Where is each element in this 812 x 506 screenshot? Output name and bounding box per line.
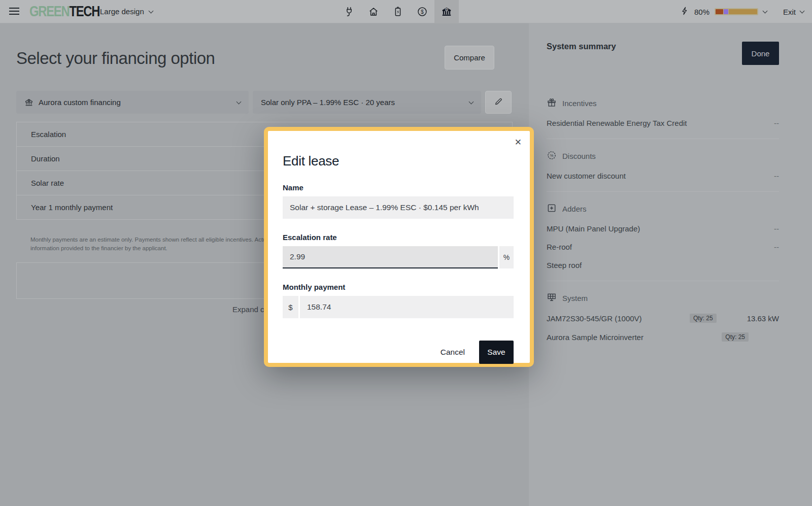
chevron-down-icon xyxy=(148,8,153,13)
summary-item: Aurora Sample Microinverter Qty: 25 xyxy=(547,332,779,342)
item-name: New customer discount xyxy=(547,172,626,180)
escalation-rate-input[interactable]: 2.99 xyxy=(283,246,498,268)
solar-panel-icon xyxy=(547,292,557,304)
edit-lease-dialog: ✕ Edit lease Name Solar + storage Lease … xyxy=(264,127,534,367)
item-name: Residential Renewable Energy Tax Credit xyxy=(547,119,687,127)
close-icon[interactable]: ✕ xyxy=(515,137,522,148)
home-icon xyxy=(368,6,379,17)
percent-circle-icon: % xyxy=(547,150,557,162)
plus-square-icon xyxy=(547,203,557,215)
tab-battery[interactable] xyxy=(386,0,410,23)
item-name: JAM72S30-545/GR (1000V) xyxy=(547,314,642,323)
summary-item: Re-roof -- xyxy=(547,243,779,251)
summary-item: MPU (Main Panel Upgrade) -- xyxy=(547,224,779,233)
monthly-payment-label: Monthly payment xyxy=(283,283,514,291)
topbar-right: 80% Exit xyxy=(681,0,804,23)
item-name: Aurora Sample Microinverter xyxy=(547,333,644,342)
item-name: Steep roof xyxy=(547,261,582,269)
sun-hours-percent: 80% xyxy=(694,8,709,16)
progress-segment-consumed xyxy=(716,9,723,14)
section-label: Discounts xyxy=(562,152,596,160)
monthly-payment-input[interactable]: 158.74 xyxy=(300,296,514,318)
tab-financing[interactable]: $ xyxy=(434,0,459,23)
name-input-value: Solar + storage Lease – 1.99% ESC · $0.1… xyxy=(290,203,479,212)
exit-label: Exit xyxy=(783,8,796,16)
tab-home[interactable] xyxy=(361,0,386,23)
financing-product-value: Solar only PPA – 1.99% ESC · 20 years xyxy=(261,98,395,107)
top-bar: GREENTECH Large design $ $ 80% Exit xyxy=(0,0,812,23)
name-input[interactable]: Solar + storage Lease – 1.99% ESC · $0.1… xyxy=(283,196,514,219)
escalation-rate-label: Escalation rate xyxy=(283,233,514,242)
bank-dollar-icon: $ xyxy=(441,6,452,17)
compare-button[interactable]: Compare xyxy=(445,46,494,70)
item-value: -- xyxy=(774,224,779,233)
gift-icon xyxy=(547,97,557,109)
edit-product-button[interactable] xyxy=(485,91,512,114)
section-label: Incentives xyxy=(562,99,597,108)
progress-segment-offset xyxy=(724,9,728,14)
hamburger-menu-icon[interactable] xyxy=(9,8,19,15)
financing-method-dropdown[interactable]: $ Aurora custom financing xyxy=(16,91,249,114)
chevron-down-icon xyxy=(800,9,805,14)
divider xyxy=(547,191,779,192)
logo-green: GREEN xyxy=(29,3,69,19)
exit-menu[interactable]: Exit xyxy=(783,8,804,16)
item-value: 13.63 kW xyxy=(747,314,779,323)
chevron-down-icon xyxy=(469,99,474,104)
tab-pricing[interactable]: $ xyxy=(410,0,434,23)
monthly-payment-value: 158.74 xyxy=(307,302,331,312)
dollar-prefix: $ xyxy=(283,296,298,318)
row-label: Duration xyxy=(31,154,60,163)
item-value: -- xyxy=(774,172,779,180)
qty-badge: Qty: 25 xyxy=(690,314,717,323)
item-name: MPU (Main Panel Upgrade) xyxy=(547,224,640,233)
name-label: Name xyxy=(283,183,514,192)
sidebar-title: System summary xyxy=(547,42,616,51)
dollar-circle-icon: $ xyxy=(417,6,428,17)
escalation-rate-value: 2.99 xyxy=(290,252,305,261)
design-selector-label: Large design xyxy=(100,7,144,16)
summary-item: JAM72S30-545/GR (1000V) Qty: 25 13.63 kW xyxy=(547,314,779,323)
bank-outline-icon: $ xyxy=(24,98,33,107)
plug-icon xyxy=(344,6,355,17)
item-value: -- xyxy=(774,243,779,251)
section-label: Adders xyxy=(562,205,587,213)
logo-tech: TECH xyxy=(69,3,99,19)
summary-item: Steep roof xyxy=(547,261,779,269)
system-summary-panel: System summary Done Incentives Residenti… xyxy=(529,23,812,506)
design-selector[interactable]: Large design xyxy=(100,7,153,16)
svg-text:%: % xyxy=(550,153,554,158)
battery-icon xyxy=(392,6,403,17)
pencil-icon xyxy=(494,97,503,108)
percent-suffix: % xyxy=(499,246,514,268)
tab-utility-plug[interactable] xyxy=(337,0,361,23)
item-value: -- xyxy=(774,119,779,127)
page-title: Select your financing option xyxy=(16,49,215,68)
section-label: System xyxy=(562,294,588,302)
dialog-title: Edit lease xyxy=(283,153,514,169)
financing-controls: $ Aurora custom financing Solar only PPA… xyxy=(16,91,513,114)
progress-bar xyxy=(715,8,758,15)
done-button[interactable]: Done xyxy=(742,42,779,65)
cancel-button[interactable]: Cancel xyxy=(441,348,465,357)
item-name: Re-roof xyxy=(547,243,572,251)
financing-product-dropdown[interactable]: Solar only PPA – 1.99% ESC · 20 years xyxy=(253,91,481,114)
svg-text:$: $ xyxy=(446,8,448,11)
app-logo: GREENTECH xyxy=(29,3,99,20)
row-label: Escalation xyxy=(31,130,66,139)
chevron-down-icon xyxy=(236,99,242,104)
divider xyxy=(547,281,779,281)
progress-segment-remaining xyxy=(729,9,757,14)
svg-text:$: $ xyxy=(421,9,424,15)
bolt-icon xyxy=(681,7,689,17)
save-button[interactable]: Save xyxy=(479,341,514,364)
expand-details-link[interactable]: Expand c xyxy=(232,305,264,314)
qty-badge: Qty: 25 xyxy=(722,332,749,342)
summary-item: New customer discount -- xyxy=(547,172,779,180)
mode-nav: $ $ xyxy=(337,0,459,23)
summary-item: Residential Renewable Energy Tax Credit … xyxy=(547,119,779,127)
row-label: Solar rate xyxy=(31,179,64,187)
row-label: Year 1 monthly payment xyxy=(31,203,113,212)
chevron-down-icon[interactable] xyxy=(763,9,768,14)
financing-method-value: Aurora custom financing xyxy=(39,98,121,107)
